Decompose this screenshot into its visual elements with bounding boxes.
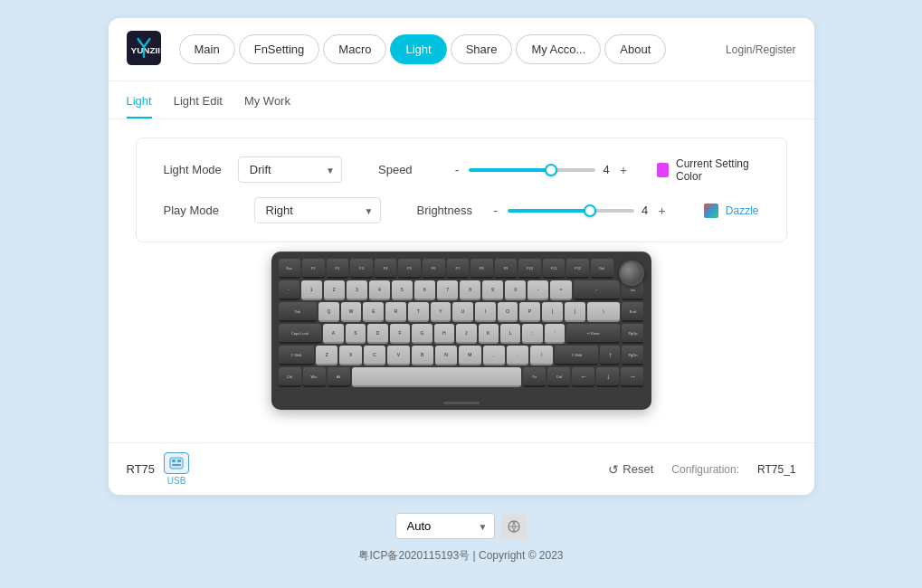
key-d[interactable]: D — [367, 324, 387, 344]
sub-tab-light[interactable]: Light — [127, 94, 152, 119]
key-f3[interactable]: F3 — [350, 259, 373, 279]
key-del[interactable]: Del — [591, 259, 613, 279]
key-n[interactable]: N — [435, 346, 457, 365]
key-v[interactable]: V — [387, 346, 409, 365]
key-s[interactable]: S — [346, 324, 366, 344]
key-up[interactable]: ↑ — [600, 346, 620, 365]
key-1[interactable]: 1 — [301, 280, 322, 300]
key-k[interactable]: K — [479, 324, 499, 344]
speed-slider[interactable] — [469, 168, 595, 172]
key-f9[interactable]: F9 — [495, 259, 518, 279]
lang-select[interactable]: Auto English Chinese — [395, 513, 495, 539]
key-slash[interactable]: / — [530, 346, 552, 365]
key-e[interactable]: E — [363, 302, 384, 322]
nav-item-main[interactable]: Main — [179, 34, 235, 64]
key-3[interactable]: 3 — [347, 280, 367, 300]
brightness-plus[interactable]: + — [656, 204, 669, 218]
key-m[interactable]: M — [459, 346, 480, 365]
key-caps[interactable]: Caps Lock — [279, 324, 322, 344]
key-j[interactable]: J — [456, 324, 476, 344]
login-link[interactable]: Login/Register — [726, 43, 795, 56]
key-lbracket[interactable]: [ — [542, 302, 563, 322]
key-6[interactable]: 6 — [414, 280, 435, 300]
key-f8[interactable]: F8 — [471, 259, 493, 279]
brightness-minus[interactable]: - — [490, 204, 502, 218]
brightness-slider[interactable] — [508, 209, 634, 213]
key-fn[interactable]: Fn — [523, 367, 546, 387]
key-backslash[interactable]: \ — [587, 302, 621, 322]
key-tab[interactable]: Tab — [279, 302, 318, 322]
key-q[interactable]: Q — [318, 302, 339, 322]
nav-item-light[interactable]: Light — [390, 34, 446, 64]
key-pgup[interactable]: PgUp — [622, 324, 643, 344]
key-lshift[interactable]: ⇧ Shift — [279, 346, 315, 365]
keyboard-knob[interactable] — [619, 261, 644, 286]
key-o[interactable]: O — [498, 302, 518, 322]
key-2[interactable]: 2 — [324, 280, 345, 300]
key-b[interactable]: B — [412, 346, 433, 365]
nav-item-macro[interactable]: Macro — [323, 34, 386, 64]
play-mode-select[interactable]: Right Left Up Down — [254, 197, 381, 223]
reset-button[interactable]: ↺ Reset — [608, 462, 653, 477]
key-w[interactable]: W — [341, 302, 362, 322]
key-5[interactable]: 5 — [392, 280, 413, 300]
key-r[interactable]: R — [385, 302, 406, 322]
key-f2[interactable]: F2 — [327, 259, 349, 279]
key-a[interactable]: A — [323, 324, 343, 344]
key-0[interactable]: 0 — [505, 280, 526, 300]
key-7[interactable]: 7 — [437, 280, 458, 300]
key-alt-l[interactable]: Alt — [328, 367, 350, 387]
key-9[interactable]: 9 — [482, 280, 503, 300]
key-ctrl-r[interactable]: Ctrl — [547, 367, 570, 387]
key-f7[interactable]: F7 — [447, 259, 470, 279]
key-period[interactable]: . — [507, 346, 528, 365]
key-l[interactable]: L — [500, 324, 520, 344]
nav-item-share[interactable]: Share — [451, 34, 513, 64]
key-pgdn[interactable]: PgDn — [622, 346, 643, 365]
key-win[interactable]: Win — [303, 367, 326, 387]
key-minus[interactable]: - — [528, 280, 548, 300]
nav-item-fnsetting[interactable]: FnSetting — [239, 34, 320, 64]
key-left[interactable]: ← — [572, 367, 594, 387]
key-f1[interactable]: F1 — [302, 259, 325, 279]
key-backspace[interactable]: ← — [574, 280, 621, 300]
key-x[interactable]: X — [339, 346, 361, 365]
sub-tab-my-work[interactable]: My Work — [244, 94, 290, 119]
key-esc[interactable]: Esc — [279, 259, 301, 279]
light-mode-select[interactable]: Drift Static Breathing Ripple Wave Off — [238, 156, 342, 183]
key-i[interactable]: I — [475, 302, 496, 322]
speed-plus[interactable]: + — [617, 163, 630, 177]
key-f[interactable]: F — [390, 324, 410, 344]
key-u[interactable]: U — [452, 302, 473, 322]
key-f12[interactable]: F12 — [566, 259, 589, 279]
key-enter[interactable]: ↵ Enter — [566, 324, 620, 344]
nav-item-myaccount[interactable]: My Acco... — [516, 34, 601, 64]
usb-button[interactable]: USB — [164, 452, 189, 486]
key-f11[interactable]: F11 — [543, 259, 566, 279]
dazzle-label[interactable]: Dazzle — [726, 204, 759, 217]
key-f4[interactable]: F4 — [375, 259, 397, 279]
key-8[interactable]: 8 — [460, 280, 480, 300]
key-rshift[interactable]: ⇧ Shift — [555, 346, 599, 365]
nav-item-about[interactable]: About — [604, 34, 666, 64]
key-rbracket[interactable]: ] — [565, 302, 585, 322]
key-p[interactable]: P — [519, 302, 540, 322]
key-ctrl-l[interactable]: Ctrl — [279, 367, 301, 387]
key-tilde[interactable]: ~ — [279, 280, 299, 300]
key-z[interactable]: Z — [316, 346, 337, 365]
key-y[interactable]: Y — [431, 302, 451, 322]
key-space[interactable] — [352, 367, 522, 387]
sub-tab-light-edit[interactable]: Light Edit — [174, 94, 223, 119]
key-4[interactable]: 4 — [369, 280, 390, 300]
key-right[interactable]: → — [621, 367, 643, 387]
key-equals[interactable]: = — [550, 280, 571, 300]
key-f5[interactable]: F5 — [398, 259, 421, 279]
key-f6[interactable]: F6 — [423, 259, 445, 279]
key-f10[interactable]: F10 — [518, 259, 541, 279]
key-c[interactable]: C — [364, 346, 385, 365]
key-h[interactable]: H — [434, 324, 454, 344]
language-icon[interactable] — [500, 514, 528, 539]
speed-minus[interactable]: - — [451, 163, 463, 177]
key-comma[interactable]: , — [483, 346, 505, 365]
key-g[interactable]: G — [412, 324, 432, 344]
